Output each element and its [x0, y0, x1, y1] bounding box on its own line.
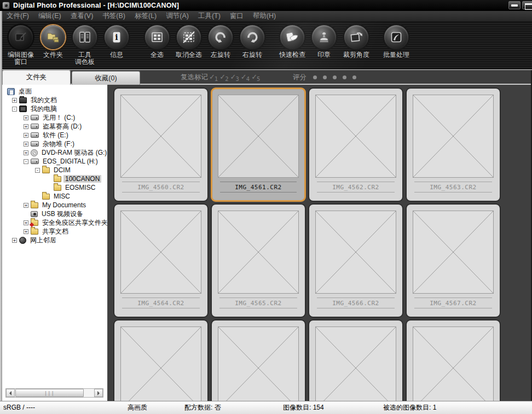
thumbnail-img-4565[interactable]: IMG_4565.CR2: [211, 203, 306, 318]
tree-item-network-places[interactable]: +网上邻居: [2, 236, 107, 244]
checkmark-label: 复选标记: [181, 70, 208, 84]
tree-item-shared-documents[interactable]: +共享文档: [2, 227, 107, 236]
tree-label-eos-digital-h: EOS_DIGITAL (H:): [41, 158, 100, 165]
tree-item-my-computer[interactable]: -我的电脑: [2, 104, 107, 113]
tree-item-eosmisc[interactable]: EOSMISC: [2, 183, 107, 192]
rating-dot-5[interactable]: [352, 75, 356, 79]
checkmark-2-button[interactable]: ✓2: [219, 73, 228, 82]
rating-dot-3[interactable]: [333, 75, 337, 79]
thumbnail-img-4562[interactable]: IMG_4562.CR2: [308, 88, 403, 202]
scroll-left-button[interactable]: [6, 389, 15, 397]
checkmark-4-button[interactable]: ✓4: [241, 73, 250, 82]
thumbnail-filename-img-4562: IMG_4562.CR2: [317, 182, 395, 193]
rating-dot-4[interactable]: [343, 75, 346, 79]
thumbnail-placeholder-img-4567: [413, 211, 494, 294]
tab-collection[interactable]: 收藏(0): [72, 71, 140, 85]
tree-label-secure-shared-folder: 安全免疫区共享文件夹: [41, 218, 108, 228]
tree-item-usb-video-device[interactable]: USB 视频设备: [2, 209, 107, 218]
rating-dot-2[interactable]: [323, 75, 327, 79]
scroll-left-arrow-icon: [7, 391, 11, 395]
svg-text:i: i: [115, 33, 118, 42]
tree-item-drive-d[interactable]: +盗墓赛高 (D:): [2, 122, 107, 131]
tree-label-drive-e: 软件 (E:): [41, 131, 70, 140]
expand-toggle-drive-d[interactable]: +: [24, 124, 28, 129]
toolbar-batch-process-button[interactable]: 批量处理: [377, 25, 415, 59]
thumbnail-partial-2[interactable]: [211, 319, 306, 401]
expand-toggle-my-documents[interactable]: +: [12, 98, 17, 103]
menu-tools[interactable]: 工具(T): [198, 11, 221, 21]
thumbnail-filename-img-4560: IMG_4560.CR2: [122, 182, 200, 193]
thumbnail-placeholder-img-4563: [413, 95, 494, 178]
checkmark-5-button[interactable]: ✓5: [251, 73, 260, 82]
thumbnail-img-4566[interactable]: IMG_4566.CR2: [308, 203, 403, 318]
thumbnail-placeholder-partial-1: [120, 326, 201, 401]
tree-item-dvd-ram-g[interactable]: +DVD-RAM 驱动器 (G:): [2, 148, 107, 157]
tree-item-my-documents[interactable]: +我的文档: [2, 96, 107, 104]
collapse-toggle-my-computer[interactable]: -: [12, 107, 17, 112]
tree-item-desktop[interactable]: 桌面: [2, 87, 107, 96]
tree-label-my-documents: 我的文档: [29, 96, 59, 105]
rating-dots: [313, 70, 356, 84]
tree-item-drive-c[interactable]: +无用！ (C:): [2, 113, 107, 122]
menu-window[interactable]: 窗口: [230, 11, 244, 21]
thumbnail-partial-3[interactable]: [308, 319, 403, 401]
expand-toggle-drive-f[interactable]: +: [24, 142, 28, 147]
tree-item-100canon[interactable]: 100CANON: [2, 174, 107, 183]
thumbnail-img-4560[interactable]: IMG_4560.CR2: [113, 88, 209, 202]
menu-edit[interactable]: 编辑(E): [38, 11, 61, 21]
expand-toggle-secure-shared-folder[interactable]: +: [24, 220, 28, 225]
expand-toggle-my-documents-folder[interactable]: +: [24, 203, 28, 208]
toolbar-rotate-right-label: 右旋转: [233, 51, 271, 59]
collapse-toggle-dcim[interactable]: -: [35, 168, 40, 173]
thumbnail-placeholder-img-4560: [120, 95, 201, 178]
collapse-toggle-eos-digital-h[interactable]: -: [24, 159, 28, 164]
thumbnail-partial-1[interactable]: [113, 319, 209, 401]
info-icon: i: [105, 25, 129, 49]
tree-item-misc[interactable]: MISC: [2, 192, 107, 201]
scroll-thumb[interactable]: |||: [15, 389, 84, 397]
tree-label-dvd-ram-g: DVD-RAM 驱动器 (G:): [40, 148, 108, 158]
tree-item-my-documents-folder[interactable]: +My Documents: [2, 201, 107, 209]
crop-angle-icon: [344, 25, 368, 49]
tree-item-drive-e[interactable]: +软件 (E:): [2, 131, 107, 139]
menu-adjustment[interactable]: 调节(A): [166, 11, 189, 21]
thumbnail-partial-4[interactable]: [406, 319, 501, 401]
expand-toggle-drive-e[interactable]: +: [24, 133, 28, 138]
menu-bar: 文件(F)编辑(E)查看(V)书签(B)标签(L)调节(A)工具(T)窗口帮助(…: [0, 11, 532, 22]
drive-icon: [31, 115, 39, 120]
expand-toggle-shared-documents[interactable]: +: [24, 229, 28, 234]
tree-item-drive-f[interactable]: +杂物堆 (F:): [2, 139, 107, 148]
tree-item-secure-shared-folder[interactable]: +安全免疫区共享文件夹: [2, 218, 107, 227]
toolbar-crop-angle-button[interactable]: 裁剪角度: [337, 25, 375, 59]
tree-label-100canon: 100CANON: [63, 175, 101, 183]
expand-toggle-dvd-ram-g[interactable]: +: [24, 150, 28, 155]
tab-folders[interactable]: 文件夹: [2, 70, 71, 85]
thumbnail-img-4564[interactable]: IMG_4564.CR2: [113, 203, 209, 318]
thumbnail-filename-img-4567: IMG_4567.CR2: [414, 298, 492, 308]
menu-bookmark[interactable]: 书签(B): [102, 11, 125, 21]
thumbnail-filename-img-4564: IMG_4564.CR2: [122, 298, 200, 308]
menu-help[interactable]: 帮助(H): [253, 11, 276, 21]
toolbar-rotate-right-button[interactable]: 右旋转: [233, 25, 271, 59]
rating-dot-1[interactable]: [313, 75, 317, 79]
minimize-button[interactable]: [508, 1, 521, 9]
tree-item-dcim[interactable]: -DCIM: [2, 166, 107, 174]
menu-label[interactable]: 标签(L): [135, 11, 157, 21]
thumbnail-img-4563[interactable]: IMG_4563.CR2: [406, 88, 501, 202]
tree-horizontal-scrollbar[interactable]: |||: [5, 388, 103, 398]
checkmark-3-button[interactable]: ✓3: [230, 73, 239, 82]
toolbar-info-button[interactable]: i信息: [97, 25, 136, 59]
app-window: Digital Photo Professional - [H:\DCIM\10…: [0, 0, 532, 414]
thumbnail-img-4561[interactable]: IMG_4561.CR2: [211, 88, 306, 202]
menu-file[interactable]: 文件(F): [7, 11, 29, 21]
maximize-button[interactable]: [522, 1, 532, 9]
expand-toggle-drive-c[interactable]: +: [24, 115, 28, 120]
expand-toggle-network-places[interactable]: +: [12, 238, 17, 243]
menu-view[interactable]: 查看(V): [71, 11, 94, 21]
thumbnail-img-4567[interactable]: IMG_4567.CR2: [406, 203, 501, 318]
tree-item-eos-digital-h[interactable]: -EOS_DIGITAL (H:): [2, 157, 107, 166]
status-image-count: 图像数目: 154: [283, 401, 324, 414]
checkmark-1-button[interactable]: ✓1: [209, 73, 218, 82]
scroll-track[interactable]: |||: [15, 389, 94, 397]
scroll-right-button[interactable]: [94, 389, 103, 397]
